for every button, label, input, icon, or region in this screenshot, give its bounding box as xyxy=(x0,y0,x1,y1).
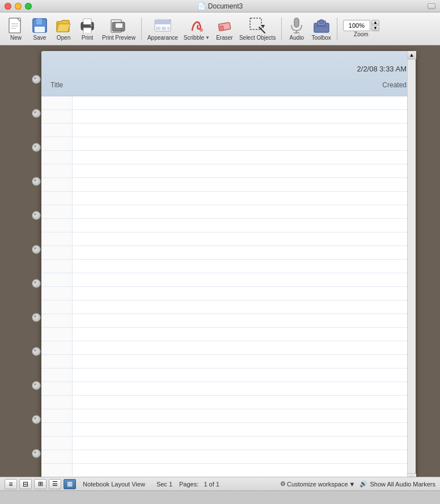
note-line-content[interactable] xyxy=(73,96,416,109)
svg-rect-21 xyxy=(167,27,170,30)
eraser-button[interactable]: Eraser xyxy=(213,15,236,43)
note-line-content[interactable] xyxy=(73,110,416,123)
note-line[interactable] xyxy=(41,246,416,260)
svg-rect-8 xyxy=(83,19,91,24)
note-line-content[interactable] xyxy=(73,164,416,177)
note-line[interactable] xyxy=(41,328,416,341)
note-line-margin xyxy=(41,341,73,354)
note-line[interactable] xyxy=(41,178,416,192)
note-line[interactable] xyxy=(41,450,416,464)
customize-workspace-button[interactable]: ⚙ Customize workspace ▼ xyxy=(280,480,355,488)
note-line[interactable] xyxy=(41,164,416,178)
view-button-5[interactable]: ▦ xyxy=(64,479,76,489)
zoom-up-button[interactable]: ▲ xyxy=(371,20,379,26)
print-button[interactable]: Print xyxy=(76,15,99,43)
show-audio-markers-button[interactable]: 🔊 Show All Audio Markers xyxy=(359,480,435,488)
zoom-input[interactable]: 100% xyxy=(343,20,370,31)
appearance-label: Appearance xyxy=(147,35,178,41)
note-line[interactable] xyxy=(41,396,416,409)
spiral-9 xyxy=(32,347,41,356)
view-button-1[interactable]: ≡ xyxy=(5,479,17,489)
note-line[interactable] xyxy=(41,314,416,328)
open-icon xyxy=(54,16,73,35)
note-line-content[interactable] xyxy=(73,300,416,314)
note-line-content[interactable] xyxy=(73,396,416,409)
toolbox-button[interactable]: Toolbox xyxy=(309,15,333,43)
note-line-content[interactable] xyxy=(73,409,416,422)
close-button[interactable] xyxy=(5,3,11,10)
minimize-button[interactable] xyxy=(15,3,22,10)
note-line-content[interactable] xyxy=(73,423,416,436)
note-line-content[interactable] xyxy=(73,260,416,273)
note-line[interactable] xyxy=(41,110,416,124)
note-line-content[interactable] xyxy=(73,151,416,164)
note-line[interactable] xyxy=(41,369,416,382)
note-line[interactable] xyxy=(41,355,416,369)
open-button[interactable]: Open xyxy=(52,15,75,43)
note-line-content[interactable] xyxy=(73,192,416,205)
view-button-4[interactable]: ☰ xyxy=(49,479,61,489)
scroll-up-button[interactable]: ▲ xyxy=(408,51,416,60)
note-line-margin xyxy=(41,178,73,191)
customize-icon: ⚙ xyxy=(280,480,286,488)
zoom-control-group: 100% ▲ ▼ Zoom xyxy=(341,19,382,39)
print-preview-button[interactable]: Print Preview xyxy=(100,15,138,43)
scrollbar[interactable]: ▲ ▼ xyxy=(407,51,416,477)
note-line[interactable] xyxy=(41,260,416,273)
note-line[interactable] xyxy=(41,232,416,246)
note-line-content[interactable] xyxy=(73,464,416,477)
note-line[interactable] xyxy=(41,287,416,300)
note-line[interactable] xyxy=(41,192,416,205)
scribble-label: Scribble xyxy=(184,35,204,41)
note-line-content[interactable] xyxy=(73,273,416,286)
window-resize-button[interactable] xyxy=(428,3,435,9)
note-line-content[interactable] xyxy=(73,287,416,300)
note-line-content[interactable] xyxy=(73,450,416,463)
note-line[interactable] xyxy=(41,341,416,355)
note-line-content[interactable] xyxy=(73,437,416,450)
view-button-2[interactable]: ⊟ xyxy=(19,479,32,489)
audio-button[interactable]: Audio xyxy=(285,15,308,43)
note-line-margin xyxy=(41,273,73,286)
note-line-content[interactable] xyxy=(73,246,416,259)
note-line[interactable] xyxy=(41,96,416,110)
note-line-content[interactable] xyxy=(73,205,416,218)
note-line[interactable] xyxy=(41,273,416,287)
note-line[interactable] xyxy=(41,437,416,450)
zoom-label: Zoom xyxy=(354,31,369,38)
note-line[interactable] xyxy=(41,124,416,137)
note-line-content[interactable] xyxy=(73,137,416,150)
note-line[interactable] xyxy=(41,382,416,396)
note-line-margin xyxy=(41,287,73,300)
note-line-content[interactable] xyxy=(73,355,416,368)
note-line-content[interactable] xyxy=(73,369,416,382)
appearance-button[interactable]: Appearance xyxy=(145,15,180,43)
note-line[interactable] xyxy=(41,409,416,423)
notebook-body[interactable] xyxy=(41,96,416,477)
maximize-button[interactable] xyxy=(25,3,32,10)
note-line-content[interactable] xyxy=(73,124,416,137)
note-line[interactable] xyxy=(41,300,416,314)
note-line-content[interactable] xyxy=(73,232,416,245)
note-line-content[interactable] xyxy=(73,178,416,191)
new-label: New xyxy=(10,35,22,41)
note-line[interactable] xyxy=(41,423,416,437)
zoom-down-button[interactable]: ▼ xyxy=(371,26,379,31)
note-line[interactable] xyxy=(41,137,416,151)
view-button-3[interactable]: ⊞ xyxy=(34,479,46,489)
note-line-content[interactable] xyxy=(73,219,416,232)
note-line[interactable] xyxy=(41,151,416,164)
note-line-content[interactable] xyxy=(73,314,416,327)
new-button[interactable]: New xyxy=(5,15,27,43)
note-line[interactable] xyxy=(41,219,416,232)
main-area: 2/2/08 3:33 AM Title Created ▲ ▼ xyxy=(0,45,440,477)
print-preview-label: Print Preview xyxy=(102,35,136,41)
note-line-content[interactable] xyxy=(73,341,416,354)
note-line[interactable] xyxy=(41,464,416,477)
note-line-content[interactable] xyxy=(73,328,416,341)
note-line-content[interactable] xyxy=(73,382,416,395)
select-objects-button[interactable]: Select Objects xyxy=(237,15,278,43)
note-line[interactable] xyxy=(41,205,416,219)
save-button[interactable]: Save xyxy=(28,15,51,43)
scribble-button[interactable]: Scribble ▼ xyxy=(181,15,212,43)
